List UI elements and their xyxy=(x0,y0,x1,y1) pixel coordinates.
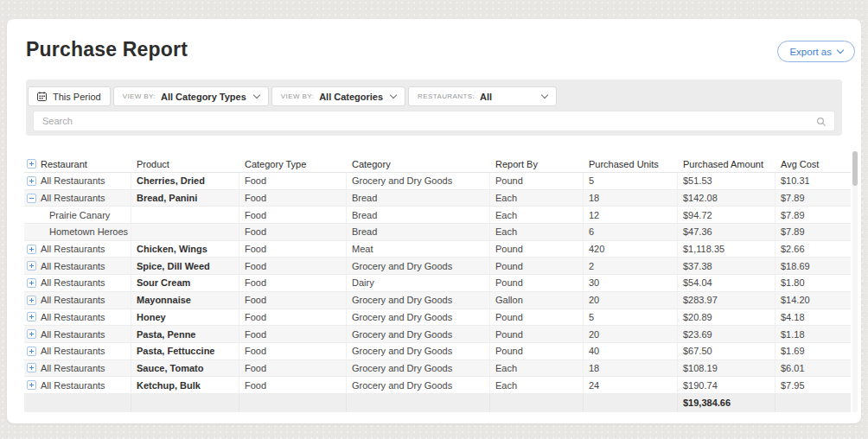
collapse-row-icon[interactable] xyxy=(27,194,36,203)
cell-report-by: Pound xyxy=(490,343,584,359)
cell-report-by: Pound xyxy=(490,275,584,291)
cell-category-type: Food xyxy=(239,377,347,393)
cell-restaurant: All Restaurants xyxy=(24,258,131,274)
chevron-down-icon xyxy=(837,47,844,54)
cell-purchased-units: 420 xyxy=(584,241,678,258)
column-header-avg-cost[interactable]: Avg Cost xyxy=(775,156,851,172)
cell-category: Bread xyxy=(347,190,490,207)
table-row: All RestaurantsKetchup, BulkFoodGrocery … xyxy=(24,377,851,394)
search-bar xyxy=(33,111,835,131)
expand-row-icon[interactable] xyxy=(27,329,36,339)
table-row: All RestaurantsPasta, FettuccineFoodGroc… xyxy=(24,343,851,360)
restaurant-name: All Restaurants xyxy=(41,193,105,203)
report-card: Purchase Report Export as xyxy=(7,19,861,423)
search-input[interactable] xyxy=(34,111,834,130)
cell-purchased-units: 30 xyxy=(584,275,678,291)
cell-category-type: Food xyxy=(239,326,347,342)
cell-purchased-amount: $94.72 xyxy=(678,207,775,223)
table-row: All RestaurantsPasta, PenneFoodGrocery a… xyxy=(24,326,851,343)
cell-product: Cherries, Dried xyxy=(131,173,239,189)
cell-restaurant: All Restaurants xyxy=(24,326,131,342)
column-header-restaurant[interactable]: Restaurant xyxy=(24,156,131,172)
cell-report-by: Each xyxy=(490,224,584,240)
cell-purchased-units: 18 xyxy=(584,190,678,207)
cell-category: Meat xyxy=(347,241,490,258)
expand-row-icon[interactable] xyxy=(27,261,36,270)
restaurant-name: All Restaurants xyxy=(41,329,105,340)
cell-report-by: Pound xyxy=(490,173,584,189)
cell-report-by: Each xyxy=(490,190,584,207)
cell-purchased-units: 5 xyxy=(584,173,678,189)
cell-category-type: Food xyxy=(239,275,347,291)
table-row: All RestaurantsChicken, WingsFoodMeatPou… xyxy=(24,241,851,258)
column-header-category[interactable]: Category xyxy=(347,156,490,172)
restaurants-dropdown[interactable]: RESTAURANTS: All xyxy=(408,86,557,106)
filter-panel: This Period VIEW BY: All Category Types … xyxy=(26,80,842,136)
cell-purchased-amount: $190.74 xyxy=(678,377,775,393)
expand-row-icon[interactable] xyxy=(27,176,36,186)
restaurant-name: All Restaurants xyxy=(41,346,105,356)
expand-row-icon[interactable] xyxy=(27,278,36,288)
period-filter-button[interactable]: This Period xyxy=(28,86,111,106)
categories-dropdown-value: All Categories xyxy=(319,92,383,102)
restaurant-name: Prairie Canary xyxy=(49,210,110,220)
categories-dropdown[interactable]: VIEW BY: All Categories xyxy=(271,86,405,106)
cell-category-type: Food xyxy=(239,173,347,189)
cell-purchased-amount: $283.97 xyxy=(678,292,775,309)
cell-restaurant: Prairie Canary xyxy=(24,207,131,223)
cell-avg-cost: $14.20 xyxy=(775,292,851,309)
cell-report-by: Each xyxy=(490,207,584,223)
column-header-purchased-amount[interactable]: Purchased Amount xyxy=(678,156,775,172)
restaurants-dropdown-label: RESTAURANTS: xyxy=(418,92,475,100)
cell-purchased-amount: $67.50 xyxy=(678,343,775,359)
cell-avg-cost: $18.69 xyxy=(775,258,851,274)
cell-category-type: Food xyxy=(239,360,347,377)
cell-purchased-units: 20 xyxy=(584,292,678,309)
cell-product: Sour Cream xyxy=(131,275,239,291)
scrollbar-thumb[interactable] xyxy=(852,151,858,186)
cell-purchased-amount: $108.19 xyxy=(678,360,775,377)
expand-row-icon[interactable] xyxy=(27,380,36,390)
expand-row-icon[interactable] xyxy=(27,312,36,321)
restaurant-name: All Restaurants xyxy=(41,312,105,322)
cell-purchased-units: 18 xyxy=(584,360,678,377)
column-header-purchased-units[interactable]: Purchased Units xyxy=(584,156,678,172)
column-header-label: Restaurant xyxy=(41,159,87,169)
cell-category-type: Food xyxy=(239,343,347,359)
cell-avg-cost: $4.18 xyxy=(775,309,851,326)
cell-purchased-units: 12 xyxy=(584,207,678,223)
cell-restaurant: All Restaurants xyxy=(24,241,131,258)
search-icon xyxy=(816,117,827,127)
export-as-button[interactable]: Export as xyxy=(777,41,855,62)
chevron-down-icon xyxy=(541,92,548,99)
expand-all-icon[interactable] xyxy=(27,159,36,169)
expand-row-icon[interactable] xyxy=(27,296,36,305)
table-scrollbar[interactable] xyxy=(852,151,858,412)
cell-report-by: Each xyxy=(490,377,584,393)
cell-avg-cost: $6.01 xyxy=(775,360,851,377)
chevron-down-icon xyxy=(253,92,260,99)
table-total-row: $19,384.66 xyxy=(24,394,851,412)
cell-category: Grocery and Dry Goods xyxy=(347,326,490,342)
cell-avg-cost: $7.89 xyxy=(775,190,851,207)
column-header-label: Avg Cost xyxy=(781,159,819,169)
category-types-dropdown[interactable]: VIEW BY: All Category Types xyxy=(113,86,269,106)
column-header-category-type[interactable]: Category Type xyxy=(239,156,347,172)
cell-purchased-amount: $23.69 xyxy=(678,326,775,342)
cell-purchased-amount: $47.36 xyxy=(678,224,775,240)
expand-row-icon[interactable] xyxy=(27,363,36,372)
cell-product: Spice, Dill Weed xyxy=(131,258,239,274)
restaurant-name: All Restaurants xyxy=(41,380,105,391)
cell-report-by: Pound xyxy=(490,258,584,274)
cell-product: Chicken, Wings xyxy=(131,241,239,258)
column-header-product[interactable]: Product xyxy=(131,156,239,172)
cell-purchased-units: 24 xyxy=(584,377,678,393)
cell-avg-cost: $1.18 xyxy=(775,326,851,342)
expand-row-icon[interactable] xyxy=(27,245,36,254)
cell-avg-cost: $7.89 xyxy=(775,207,851,223)
cell-product xyxy=(131,224,239,240)
column-header-report-by[interactable]: Report By xyxy=(490,156,584,172)
expand-row-icon[interactable] xyxy=(27,347,36,356)
period-filter-label: This Period xyxy=(53,92,101,102)
table-row: All RestaurantsCherries, DriedFoodGrocer… xyxy=(24,173,851,190)
